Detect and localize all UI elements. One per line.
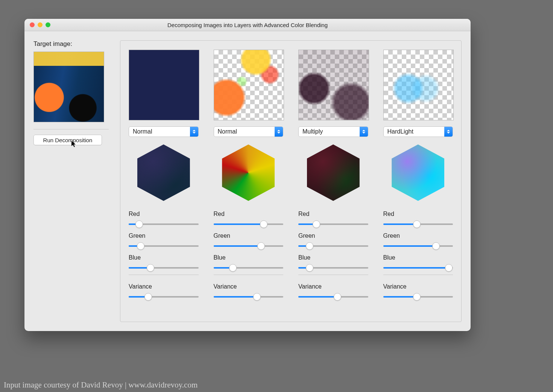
window-body: Target image: Run Decomposition Normal R…	[24, 31, 471, 331]
color-gamut-0[interactable]	[137, 144, 190, 201]
close-icon[interactable]	[30, 23, 35, 27]
variance-slider-3[interactable]	[383, 292, 453, 301]
blue-slider-3[interactable]	[383, 263, 453, 272]
blue-label: Blue	[383, 254, 453, 261]
blue-slider-1[interactable]	[214, 263, 284, 272]
layers-panel: Normal Red Green Blue Variance	[120, 40, 462, 322]
blendmode-value-1: Normal	[214, 127, 275, 137]
green-slider-3[interactable]	[383, 242, 453, 251]
blendmode-select-1[interactable]: Normal	[214, 126, 284, 137]
chevrons-icon	[190, 127, 198, 137]
layer-preview-0[interactable]	[129, 50, 199, 120]
chevrons-icon	[275, 127, 283, 137]
layer-column-3: HardLight Red Green Blue Variance	[383, 50, 453, 312]
traffic-lights	[24, 23, 50, 27]
red-slider-0[interactable]	[129, 220, 199, 229]
variance-group-3: Variance	[383, 280, 453, 304]
blue-label: Blue	[214, 254, 284, 261]
green-label: Green	[383, 232, 453, 239]
red-slider-2[interactable]	[298, 220, 368, 229]
green-label: Green	[298, 232, 368, 239]
blendmode-select-2[interactable]: Multiply	[298, 126, 368, 137]
sidebar: Target image: Run Decomposition	[33, 40, 109, 322]
variance-label: Variance	[214, 283, 284, 290]
blendmode-value-2: Multiply	[299, 127, 360, 137]
color-gamut-2[interactable]	[307, 144, 360, 201]
titlebar: Decomposing Images into Layers with Adva…	[24, 19, 471, 31]
blendmode-select-0[interactable]: Normal	[129, 126, 199, 137]
green-label: Green	[214, 232, 284, 239]
blendmode-value-3: HardLight	[384, 127, 445, 137]
variance-slider-2[interactable]	[298, 292, 368, 301]
red-label: Red	[298, 211, 368, 217]
layer-preview-3[interactable]	[383, 50, 454, 120]
target-image-thumb[interactable]	[33, 52, 104, 122]
variance-group-2: Variance	[298, 280, 368, 304]
color-gamut-3-wrap	[383, 144, 453, 202]
red-slider-3[interactable]	[383, 220, 453, 229]
variance-slider-0[interactable]	[129, 292, 199, 301]
color-gamut-1-wrap	[214, 144, 284, 202]
rgb-sliders-3: Red Green Blue	[383, 207, 453, 275]
run-decomposition-button[interactable]: Run Decomposition	[33, 135, 102, 145]
variance-group-1: Variance	[214, 280, 284, 304]
variance-label: Variance	[383, 283, 453, 290]
credit-line: Input image courtesy of David Revoy | ww…	[4, 380, 198, 390]
variance-label: Variance	[129, 283, 199, 290]
zoom-icon[interactable]	[46, 23, 50, 27]
chevrons-icon	[444, 127, 453, 137]
variance-slider-1[interactable]	[214, 292, 284, 301]
window-title: Decomposing Images into Layers with Adva…	[24, 22, 471, 28]
rgb-sliders-2: Red Green Blue	[298, 207, 368, 275]
rgb-sliders-0: Red Green Blue	[129, 207, 199, 275]
blue-slider-2[interactable]	[298, 263, 368, 272]
sidebar-divider	[33, 129, 109, 129]
green-slider-1[interactable]	[214, 242, 284, 251]
chevrons-icon	[360, 127, 368, 137]
red-label: Red	[129, 211, 199, 217]
blendmode-select-3[interactable]: HardLight	[383, 126, 453, 137]
green-slider-2[interactable]	[298, 242, 368, 251]
red-label: Red	[383, 211, 453, 217]
color-gamut-3[interactable]	[392, 144, 444, 201]
color-gamut-2-wrap	[298, 144, 368, 202]
rgb-sliders-1: Red Green Blue	[214, 207, 284, 275]
layer-preview-2[interactable]	[298, 50, 369, 120]
layer-column-0: Normal Red Green Blue Variance	[129, 50, 199, 312]
color-gamut-1[interactable]	[222, 144, 275, 201]
layer-column-1: Normal Red Green Blue Variance	[214, 50, 284, 312]
variance-label: Variance	[298, 283, 368, 290]
app-window: Decomposing Images into Layers with Adva…	[24, 19, 471, 331]
green-label: Green	[129, 232, 199, 239]
red-label: Red	[214, 211, 284, 217]
layer-column-2: Multiply Red Green Blue Variance	[298, 50, 368, 312]
blue-label: Blue	[298, 254, 368, 261]
layer-preview-1[interactable]	[214, 50, 284, 120]
green-slider-0[interactable]	[129, 242, 199, 251]
target-image-label: Target image:	[33, 40, 109, 48]
red-slider-1[interactable]	[214, 220, 284, 229]
minimize-icon[interactable]	[38, 23, 43, 27]
blue-slider-0[interactable]	[129, 263, 199, 272]
variance-group-0: Variance	[129, 280, 199, 304]
color-gamut-0-wrap	[129, 144, 199, 202]
blendmode-value-0: Normal	[129, 127, 190, 137]
blue-label: Blue	[129, 254, 199, 261]
